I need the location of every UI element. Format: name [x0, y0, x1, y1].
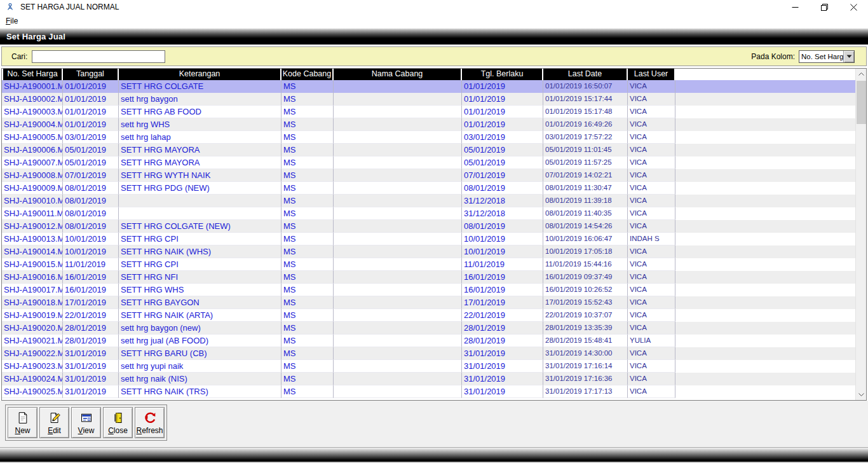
cell-nama_cabang — [334, 80, 462, 93]
data-grid: No. Set HargaTanggalKeteranganKode Caban… — [1, 68, 867, 401]
column-header-last_user[interactable]: Last User — [628, 69, 675, 80]
new-button[interactable]: New — [8, 407, 37, 438]
table-row[interactable]: SHJ-A190020.M28/01/2019sett hrg baygon (… — [2, 322, 855, 335]
cell-no: SHJ-A190020.M — [2, 322, 63, 335]
table-row[interactable]: SHJ-A190013.M10/01/2019SETT HRG CPIMS10/… — [2, 233, 855, 245]
cell-kode_cabang: MS — [281, 118, 334, 131]
table-row[interactable]: SHJ-A190021.M28/01/2019sett hrg jual (AB… — [2, 335, 855, 347]
cell-last_date: 31/01/2019 17:16:14 — [543, 360, 628, 373]
table-row[interactable]: SHJ-A190012.M08/01/2019SETT HRG COLGATE … — [2, 220, 855, 233]
cell-tanggal: 28/01/2019 — [63, 322, 119, 335]
restore-button[interactable] — [810, 0, 839, 14]
table-row[interactable]: SHJ-A190022.M31/01/2019SETT HRG BARU (CB… — [2, 347, 855, 360]
cell-kode_cabang: MS — [281, 233, 334, 245]
table-row[interactable]: SHJ-A190018.M17/01/2019SETT HRG BAYGONMS… — [2, 296, 855, 309]
table-row[interactable]: SHJ-A190010.M08/01/2019MS31/12/201808/01… — [2, 195, 855, 207]
restore-icon — [821, 4, 828, 11]
table-row[interactable]: SHJ-A190001.M01/01/2019SETT HRG COLGATEM… — [2, 80, 855, 93]
scrollbar-thumb[interactable] — [857, 81, 866, 124]
vertical-scrollbar[interactable] — [855, 69, 866, 400]
close-button[interactable] — [839, 0, 868, 14]
column-header-kode_cabang[interactable]: Kode Cabang — [281, 69, 334, 80]
cell-tgl_berlaku: 10/01/2019 — [462, 245, 543, 258]
cell-tanggal: 22/01/2019 — [63, 309, 119, 322]
button-label: View — [78, 426, 95, 435]
cell-no: SHJ-A190011.M — [2, 207, 63, 220]
refresh-button[interactable]: Refresh — [135, 407, 165, 438]
column-header-tanggal[interactable]: Tanggal — [63, 69, 119, 80]
cell-no: SHJ-A190015.M — [2, 258, 63, 271]
close-window-button[interactable]: Close — [103, 407, 133, 438]
cell-last_user: VICA — [628, 106, 675, 118]
cell-last_user: VICA — [628, 360, 675, 373]
cell-no: SHJ-A190016.M — [2, 271, 63, 284]
table-row[interactable]: SHJ-A190009.M08/01/2019SETT HRG PDG (NEW… — [2, 182, 855, 195]
cell-tgl_berlaku: 03/01/2019 — [462, 131, 543, 144]
pada-kolom-combobox[interactable]: No. Set Harga — [799, 50, 855, 63]
scroll-down-button[interactable] — [856, 389, 867, 400]
cell-last_user: VICA — [628, 169, 675, 182]
cell-keterangan: SETT HRG WYTH NAIK — [119, 169, 281, 182]
cell-tanggal: 05/01/2019 — [63, 156, 119, 169]
cell-kode_cabang: MS — [281, 144, 334, 156]
cell-no: SHJ-A190004.M — [2, 118, 63, 131]
menu-file[interactable]: File — [1, 15, 22, 27]
column-header-nama_cabang[interactable]: Nama Cabang — [334, 69, 462, 80]
minimize-button[interactable] — [780, 0, 810, 14]
cell-no: SHJ-A190017.M — [2, 284, 63, 296]
cell-keterangan: SETT HRG COLGATE (NEW) — [119, 220, 281, 233]
cell-nama_cabang — [334, 245, 462, 258]
table-row[interactable]: SHJ-A190005.M03/01/2019sett hrg lahapMS0… — [2, 131, 855, 144]
cell-tgl_berlaku: 28/01/2019 — [462, 322, 543, 335]
cell-no: SHJ-A190006.M — [2, 144, 63, 156]
table-row[interactable]: SHJ-A190002.M01/01/2019sett hrg baygonMS… — [2, 93, 855, 106]
cell-tanggal: 10/01/2019 — [63, 245, 119, 258]
cell-kode_cabang: MS — [281, 335, 334, 347]
table-row[interactable]: SHJ-A190003.M01/01/2019SETT HRG AB FOODM… — [2, 106, 855, 118]
cell-tanggal: 10/01/2019 — [63, 233, 119, 245]
cell-no: SHJ-A190024.M — [2, 373, 63, 385]
cell-nama_cabang — [334, 106, 462, 118]
table-row[interactable]: SHJ-A190025.M31/01/2019SETT HRG NAIK (TR… — [2, 385, 855, 398]
table-row[interactable]: SHJ-A190004.M01/01/2019sett hrg WHSMS01/… — [2, 118, 855, 131]
cell-no: SHJ-A190021.M — [2, 335, 63, 347]
table-row[interactable]: SHJ-A190016.M16/01/2019SETT HRG NFIMS16/… — [2, 271, 855, 284]
cell-tgl_berlaku: 31/01/2019 — [462, 385, 543, 398]
button-label: Refresh — [136, 426, 163, 435]
search-input[interactable] — [32, 50, 165, 63]
cell-kode_cabang: MS — [281, 258, 334, 271]
cell-nama_cabang — [334, 233, 462, 245]
table-row[interactable]: SHJ-A190023.M31/01/2019sett hrg yupi nai… — [2, 360, 855, 373]
column-header-no[interactable]: No. Set Harga — [2, 69, 63, 80]
edit-document-icon — [48, 410, 61, 425]
table-row[interactable]: SHJ-A190006.M05/01/2019SETT HRG MAYORAMS… — [2, 144, 855, 156]
scroll-up-button[interactable] — [856, 69, 867, 79]
column-header-last_date[interactable]: Last Date — [543, 69, 628, 80]
cell-no: SHJ-A190005.M — [2, 131, 63, 144]
cell-nama_cabang — [334, 296, 462, 309]
table-row[interactable]: SHJ-A190015.M11/01/2019SETT HRG CPIMS11/… — [2, 258, 855, 271]
cell-last_date: 17/01/2019 15:52:43 — [543, 296, 628, 309]
cell-last_user: VICA — [628, 271, 675, 284]
table-row[interactable]: SHJ-A190024.M31/01/2019sett hrg naik (NI… — [2, 373, 855, 385]
table-row[interactable]: SHJ-A190017.M16/01/2019SETT HRG WHSMS16/… — [2, 284, 855, 296]
table-row[interactable]: SHJ-A190019.M22/01/2019SETT HRG NAIK (AR… — [2, 309, 855, 322]
cell-kode_cabang: MS — [281, 322, 334, 335]
table-row[interactable]: SHJ-A190014.M10/01/2019SETT HRG NAIK (WH… — [2, 245, 855, 258]
view-button[interactable]: View — [71, 407, 101, 438]
cell-nama_cabang — [334, 207, 462, 220]
new-document-icon — [17, 410, 29, 425]
cell-last_user: INDAH S — [628, 233, 675, 245]
combo-dropdown-button[interactable] — [843, 51, 854, 62]
column-header-keterangan[interactable]: Keterangan — [119, 69, 281, 80]
cell-last_user: VICA — [628, 347, 675, 360]
table-row[interactable]: SHJ-A190011.M08/01/2019MS31/12/201808/01… — [2, 207, 855, 220]
cell-last_user: VICA — [628, 118, 675, 131]
table-row[interactable]: SHJ-A190007.M05/01/2019SETT HRG MAYORAMS… — [2, 156, 855, 169]
cell-tanggal: 08/01/2019 — [63, 195, 119, 207]
table-row[interactable]: SHJ-A190008.M07/01/2019SETT HRG WYTH NAI… — [2, 169, 855, 182]
column-header-tgl_berlaku[interactable]: Tgl. Berlaku — [462, 69, 543, 80]
cell-kode_cabang: MS — [281, 207, 334, 220]
cell-keterangan: SETT HRG AB FOOD — [119, 106, 281, 118]
edit-button[interactable]: Edit — [39, 407, 69, 438]
